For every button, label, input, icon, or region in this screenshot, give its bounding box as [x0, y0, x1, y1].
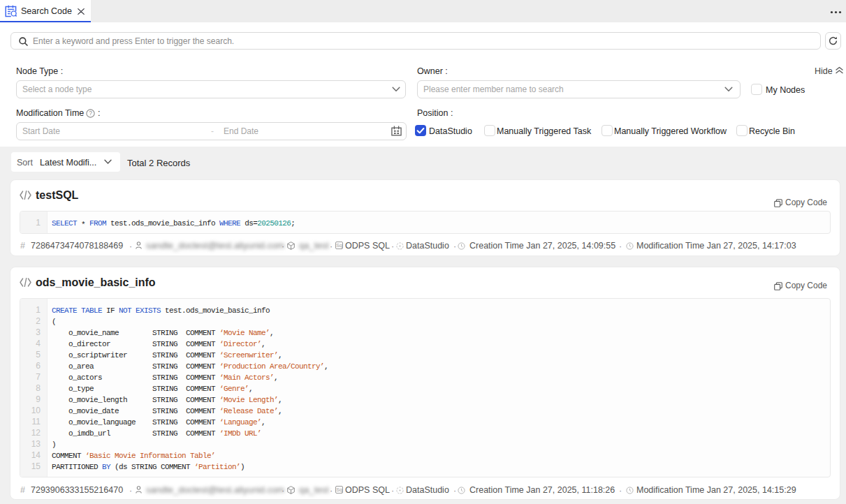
svg-text:?: ?: [89, 110, 92, 117]
